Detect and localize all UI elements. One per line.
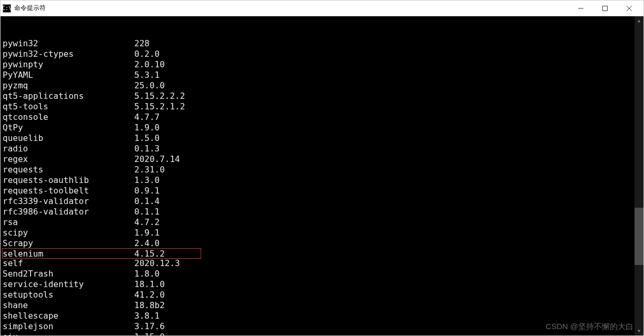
package-row: simplejson3.17.6 <box>3 321 632 332</box>
app-icon: C:\ <box>3 4 11 13</box>
package-version: 1.5.0 <box>134 133 632 144</box>
window-title: 命令提示符 <box>14 4 569 13</box>
command-prompt-window: C:\ 命令提示符 pywin32228pywin32-ctypes0.2.0p… <box>0 0 644 336</box>
package-row: rfc3986-validator0.1.1 <box>3 207 632 217</box>
maximize-icon <box>602 6 608 11</box>
package-name: requests-toolbelt <box>3 186 134 196</box>
package-name: rsa <box>3 217 134 228</box>
package-row: service-identity18.1.0 <box>3 279 632 290</box>
package-version: 1.9.0 <box>134 123 632 133</box>
package-row: requests-toolbelt0.9.1 <box>3 186 632 196</box>
package-version: 4.7.7 <box>134 112 632 123</box>
vertical-scrollbar[interactable]: ▲ ▼ <box>635 16 643 335</box>
package-name: self <box>3 258 134 269</box>
package-row: radio0.1.3 <box>3 144 632 154</box>
close-icon <box>627 6 632 11</box>
package-row: shellescape3.8.1 <box>3 311 632 321</box>
package-row: requests2.31.0 <box>3 165 632 175</box>
package-row: regex2020.7.14 <box>3 154 632 165</box>
package-name: Scrapy <box>3 238 134 249</box>
package-row: QtPy1.9.0 <box>3 123 632 133</box>
minimize-button[interactable] <box>569 1 593 16</box>
package-name: shellescape <box>3 311 134 321</box>
package-row: queuelib1.5.0 <box>3 133 632 144</box>
package-row: qt5-tools5.15.2.1.2 <box>3 101 632 112</box>
package-row: self2020.12.3 <box>3 258 632 269</box>
package-name: PyYAML <box>3 70 134 80</box>
package-row: qt5-applications5.15.2.2.2 <box>3 91 632 101</box>
package-name: pywin32-ctypes <box>3 49 134 59</box>
package-name: scipy <box>3 228 134 238</box>
package-name: radio <box>3 144 134 154</box>
package-name: queuelib <box>3 133 134 144</box>
package-version: 5.3.1 <box>134 70 632 80</box>
package-row: rsa4.7.2 <box>3 217 632 228</box>
package-version: 2.4.0 <box>134 238 632 249</box>
package-row: setuptools41.2.0 <box>3 290 632 300</box>
package-version: 0.2.0 <box>134 49 632 59</box>
scroll-up-arrow[interactable]: ▲ <box>635 16 643 25</box>
package-name: Send2Trash <box>3 269 134 279</box>
minimize-icon <box>578 6 583 11</box>
maximize-button[interactable] <box>593 1 617 16</box>
package-row: six1.15.0 <box>3 332 632 335</box>
titlebar: C:\ 命令提示符 <box>1 1 643 16</box>
package-version: 18.8b2 <box>134 300 632 311</box>
package-name: qt5-tools <box>3 101 134 112</box>
package-version: 4.15.2 <box>134 249 201 258</box>
watermark: CSDN @坚持不懈的大白 <box>546 322 633 332</box>
package-name: shane <box>3 300 134 311</box>
package-version: 0.1.3 <box>134 144 632 154</box>
package-version: 1.15.0 <box>134 332 632 335</box>
package-name: qtconsole <box>3 112 134 123</box>
package-name: pywinpty <box>3 59 134 70</box>
package-name: selenium <box>3 249 134 258</box>
package-version: 1.9.1 <box>134 228 632 238</box>
package-name: requests-oauthlib <box>3 175 134 186</box>
package-row: pywinpty2.0.10 <box>3 59 632 70</box>
package-name: requests <box>3 165 134 175</box>
package-name: service-identity <box>3 279 134 290</box>
package-version: 1.8.0 <box>134 269 632 279</box>
scrollbar-thumb[interactable] <box>635 208 643 265</box>
package-version: 41.2.0 <box>134 290 632 300</box>
package-row: requests-oauthlib1.3.0 <box>3 175 632 186</box>
package-name: setuptools <box>3 290 134 300</box>
package-version: 3.8.1 <box>134 311 632 321</box>
package-version: 2020.7.14 <box>134 154 632 165</box>
package-name: six <box>3 332 134 335</box>
package-version: 1.3.0 <box>134 175 632 186</box>
package-name: pywin32 <box>3 38 134 49</box>
package-row: qtconsole4.7.7 <box>3 112 632 123</box>
package-version: 0.9.1 <box>134 186 632 196</box>
close-button[interactable] <box>617 1 641 16</box>
package-row: PyYAML5.3.1 <box>3 70 632 80</box>
package-version: 5.15.2.2.2 <box>134 91 632 101</box>
package-row: scipy1.9.1 <box>3 228 632 238</box>
package-row: shane18.8b2 <box>3 300 632 311</box>
package-name: rfc3339-validator <box>3 196 134 207</box>
package-version: 2020.12.3 <box>134 258 632 269</box>
package-row: selenium4.15.2 <box>2 248 201 259</box>
scroll-down-arrow[interactable]: ▼ <box>635 327 643 335</box>
package-version: 4.7.2 <box>134 217 632 228</box>
package-version: 0.1.1 <box>134 207 632 217</box>
terminal-output[interactable]: pywin32228pywin32-ctypes0.2.0pywinpty2.0… <box>1 16 635 335</box>
package-name: regex <box>3 154 134 165</box>
package-version: 2.31.0 <box>134 165 632 175</box>
package-row: pyzmq25.0.0 <box>3 80 632 91</box>
package-name: simplejson <box>3 321 134 332</box>
package-name: qt5-applications <box>3 91 134 101</box>
terminal-area: pywin32228pywin32-ctypes0.2.0pywinpty2.0… <box>1 16 643 335</box>
package-row: pywin32-ctypes0.2.0 <box>3 49 632 59</box>
package-row: pywin32228 <box>3 38 632 49</box>
package-name: pyzmq <box>3 80 134 91</box>
package-name: rfc3986-validator <box>3 207 134 217</box>
package-row: rfc3339-validator0.1.4 <box>3 196 632 207</box>
package-version: 228 <box>134 38 632 49</box>
package-name: QtPy <box>3 123 134 133</box>
package-row: Send2Trash1.8.0 <box>3 269 632 279</box>
package-version: 2.0.10 <box>134 59 632 70</box>
package-version: 25.0.0 <box>134 80 632 91</box>
window-controls <box>569 1 641 16</box>
